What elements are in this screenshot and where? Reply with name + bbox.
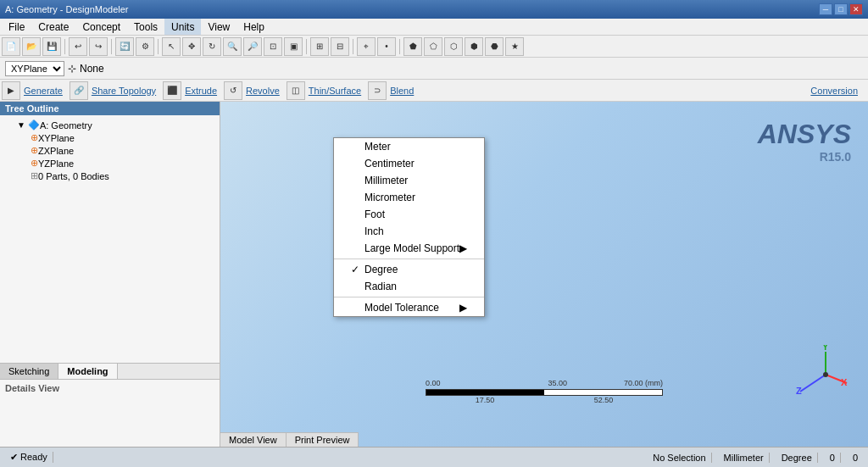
status-val2: 0 — [848, 453, 863, 463]
select-button[interactable]: ↖ — [162, 37, 181, 56]
share-icon[interactable]: 🔗 — [70, 81, 88, 100]
menu-file[interactable]: File — [2, 19, 31, 35]
menu-tools[interactable]: Tools — [127, 19, 164, 35]
ctx-meter[interactable]: Meter — [334, 138, 484, 155]
fit-button[interactable]: ⊡ — [264, 37, 282, 56]
tree-item-yzplane[interactable]: ⊕ YZPlane — [3, 157, 216, 170]
extrude-label[interactable]: Extrude — [185, 86, 217, 96]
rotate-button[interactable]: ↻ — [203, 37, 221, 56]
scale-label-35: 35.00 — [548, 379, 567, 387]
scale-ticks-bottom: 17.50 52.50 — [426, 396, 663, 404]
menu-help[interactable]: Help — [236, 19, 271, 35]
zxplane-icon: ⊕ — [31, 145, 38, 156]
menu-view[interactable]: View — [201, 19, 236, 35]
scale-label-unit: 70.00 (mm) — [624, 379, 663, 387]
tree-outline: ▼ 🔷 A: Geometry ⊕ XYPlane ⊕ ZXPlane ⊕ Y — [0, 115, 220, 363]
conversion-label[interactable]: Conversion — [810, 86, 858, 96]
ctx-radian[interactable]: Radian — [334, 278, 484, 295]
thin-label[interactable]: Thin/Surface — [309, 86, 361, 96]
ctx-micrometer[interactable]: Micrometer — [334, 189, 484, 206]
generate-label[interactable]: Generate — [24, 86, 63, 96]
menu-units[interactable]: Units — [164, 19, 201, 35]
tab-sketching[interactable]: Sketching — [0, 364, 58, 379]
titlebar-controls: ─ □ ✕ — [819, 3, 863, 15]
save-button[interactable]: 💾 — [42, 37, 61, 56]
ctx-large-model[interactable]: Large Model Support ▶ — [334, 240, 484, 257]
extrude-icon[interactable]: ⬛ — [163, 81, 181, 100]
maximize-button[interactable]: □ — [834, 3, 848, 15]
share-topo-label[interactable]: Share Topology — [92, 86, 156, 96]
move-button[interactable]: ✥ — [182, 37, 201, 56]
svg-text:X: X — [841, 377, 848, 387]
toolbar2: XYPlane ZXPlane YZPlane ⊹ None — [0, 58, 868, 80]
separator6 — [399, 39, 400, 54]
snap-button[interactable]: ⊞ — [310, 37, 329, 56]
ansys-brand: ANSYS — [758, 119, 851, 150]
tab-print-preview[interactable]: Print Preview — [287, 433, 359, 447]
ctx-millimeter[interactable]: Millimeter — [334, 172, 484, 189]
svg-text:Z: Z — [796, 386, 802, 396]
ansys-version: R15.0 — [758, 150, 851, 164]
ctx-inch[interactable]: Inch — [334, 223, 484, 240]
tree-item-parts[interactable]: ⊞ 0 Parts, 0 Bodies — [3, 170, 216, 182]
close-button[interactable]: ✕ — [849, 3, 863, 15]
ctx-large-model-label: Large Model Support — [364, 242, 459, 254]
extra6[interactable]: ★ — [505, 37, 524, 56]
extra5[interactable]: ⬣ — [485, 37, 504, 56]
extra2[interactable]: ⬠ — [424, 37, 442, 56]
revolve-label[interactable]: Revolve — [246, 86, 280, 96]
ctx-model-tolerance[interactable]: Model Tolerance ▶ — [334, 299, 484, 316]
blend-label[interactable]: Blend — [390, 86, 414, 96]
tab-model-view[interactable]: Model View — [220, 433, 287, 447]
ctx-centimeter[interactable]: Centimeter — [334, 155, 484, 172]
extra3[interactable]: ⬡ — [444, 37, 463, 56]
open-button[interactable]: 📂 — [22, 37, 41, 56]
separator1 — [64, 39, 65, 54]
ctx-check-degree: ✓ — [351, 264, 364, 275]
refresh-button[interactable]: 🔄 — [115, 37, 134, 56]
scale-line — [426, 389, 663, 396]
menu-create[interactable]: Create — [31, 19, 75, 35]
plane-dropdown[interactable]: XYPlane ZXPlane YZPlane — [5, 61, 64, 76]
grid-button[interactable]: ⊟ — [331, 37, 349, 56]
plane-icon: ⊹ — [68, 63, 76, 75]
tree-item-zxplane[interactable]: ⊕ ZXPlane — [3, 144, 216, 157]
toolbar3: ▶ Generate 🔗 Share Topology ⬛ Extrude ↺ … — [0, 80, 868, 102]
ctx-separator1 — [334, 259, 484, 259]
extra4[interactable]: ⬢ — [465, 37, 483, 56]
status-ready: ✔ Ready — [5, 452, 53, 463]
statusbar: ✔ Ready No Selection Millimeter Degree 0… — [0, 447, 868, 467]
tree-item-geometry[interactable]: ▼ 🔷 A: Geometry — [3, 119, 216, 131]
ctx-micrometer-label: Micrometer — [364, 192, 415, 203]
thin-icon[interactable]: ◫ — [287, 81, 305, 100]
parts-icon: ⊞ — [31, 170, 38, 181]
undo-button[interactable]: ↩ — [69, 37, 87, 56]
cursor-button[interactable]: ⌖ — [357, 37, 376, 56]
axis-indicator: Z X Y — [792, 345, 843, 396]
generate-icon[interactable]: ▶ — [2, 81, 20, 100]
extra1[interactable]: ⬟ — [403, 37, 422, 56]
redo-button[interactable]: ↪ — [89, 37, 108, 56]
ctx-degree[interactable]: ✓ Degree — [334, 261, 484, 278]
menu-concept[interactable]: Concept — [75, 19, 127, 35]
tab-modeling[interactable]: Modeling — [58, 364, 117, 379]
units-context-menu: Meter Centimeter Millimeter Micrometer F… — [333, 137, 485, 317]
zoom-out-button[interactable]: 🔎 — [243, 37, 262, 56]
ctx-inch-label: Inch — [364, 225, 384, 237]
settings-button[interactable]: ⚙ — [136, 37, 154, 56]
ctx-foot[interactable]: Foot — [334, 206, 484, 223]
tree-item-xyplane[interactable]: ⊕ XYPlane — [3, 131, 216, 144]
blend-icon[interactable]: ⊃ — [368, 81, 387, 100]
tab-bar: Sketching Modeling — [0, 363, 220, 379]
zoom-in-button[interactable]: 🔍 — [223, 37, 242, 56]
point-button[interactable]: • — [377, 37, 396, 56]
viewport[interactable]: ANSYS R15.0 0.00 35.00 70.00 (mm) 17.50 … — [220, 102, 868, 447]
toolbar1: 📄 📂 💾 ↩ ↪ 🔄 ⚙ ↖ ✥ ↻ 🔍 🔎 ⊡ ▣ ⊞ ⊟ ⌖ • ⬟ ⬠ … — [0, 36, 868, 58]
minimize-button[interactable]: ─ — [819, 3, 832, 15]
ctx-radian-label: Radian — [364, 281, 397, 292]
xyplane-icon: ⊕ — [31, 132, 38, 143]
view3d-button[interactable]: ▣ — [284, 37, 303, 56]
new-button[interactable]: 📄 — [2, 37, 20, 56]
revolve-icon[interactable]: ↺ — [224, 81, 242, 100]
none-label: None — [80, 63, 104, 75]
